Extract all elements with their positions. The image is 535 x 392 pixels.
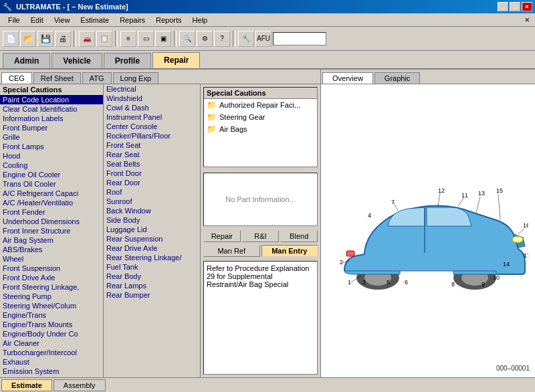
minimize-button[interactable]: _	[498, 2, 508, 11]
menu-edit[interactable]: Edit	[25, 15, 49, 25]
rni-button[interactable]: R&I	[242, 230, 280, 242]
close-button[interactable]: ×	[522, 2, 532, 11]
cat2-electrical[interactable]: Electrical	[104, 84, 200, 94]
ceg-tab-refsheet[interactable]: Ref Sheet	[33, 72, 81, 84]
cat-item-engine-trans-mounts[interactable]: Engine/Trans Mounts	[0, 320, 103, 329]
sc-item-1[interactable]: 📁 Authorized Repair Faci...	[204, 99, 317, 111]
cat2-cowl-dash[interactable]: Cowl & Dash	[104, 103, 200, 112]
tab-vehicle[interactable]: Vehicle	[51, 53, 102, 68]
cat2-rear-door[interactable]: Rear Door	[104, 178, 200, 187]
cat-item-steering-wheel[interactable]: Steering Wheel/Colum	[0, 301, 103, 310]
cat2-roof[interactable]: Roof	[104, 187, 200, 197]
ceg-tab-ceg[interactable]: CEG	[1, 72, 32, 84]
maximize-button[interactable]: □	[510, 2, 520, 11]
menu-estimate[interactable]: Estimate	[75, 15, 114, 25]
cat-item-grille[interactable]: Grille	[0, 132, 103, 142]
blend-button[interactable]: Blend	[280, 230, 318, 242]
cat2-rear-drive-axle[interactable]: Rear Drive Axle	[104, 243, 200, 253]
cat-item-paint-code[interactable]: Paint Code Location	[0, 95, 103, 104]
man-entry-button[interactable]: Man Entry	[261, 245, 318, 257]
sc-item-3[interactable]: 📁 Air Bags	[204, 123, 317, 135]
ceg-tab-longexp[interactable]: Long Exp	[113, 72, 158, 84]
toolbar-btn-9[interactable]: ▣	[155, 31, 171, 47]
cat-item-front-lamps[interactable]: Front Lamps	[0, 142, 103, 151]
cat-item-air-cleaner[interactable]: Air Cleaner	[0, 338, 103, 348]
tab-repair[interactable]: Repair	[152, 52, 200, 68]
cat-item-hood[interactable]: Hood	[0, 151, 103, 161]
cat-item-turbocharger[interactable]: Turbocharger/Intercool	[0, 348, 103, 357]
cat2-rear-seat[interactable]: Rear Seat	[104, 150, 200, 159]
toolbar-search-input[interactable]	[273, 32, 326, 45]
menu-close-button[interactable]: ×	[522, 15, 532, 25]
cat-item-front-fender[interactable]: Front Fender	[0, 207, 103, 217]
cat2-instrument[interactable]: Instrument Panel	[104, 112, 200, 122]
cat-item-abs-brakes[interactable]: ABS/Brakes	[0, 245, 103, 254]
cat-item-front-steering[interactable]: Front Steering Linkage,	[0, 282, 103, 292]
cat2-sunroof[interactable]: Sunroof	[104, 197, 200, 206]
toolbar-btn-14[interactable]: AFU	[255, 31, 272, 47]
cat-item-trans-oil-cooler[interactable]: Trans Oil Cooler	[0, 179, 103, 189]
toolbar-btn-12[interactable]: ?	[214, 31, 230, 47]
cat-item-info-labels[interactable]: Information Labels	[0, 114, 103, 123]
cat2-rear-body[interactable]: Rear Body	[104, 272, 200, 281]
cat2-back-window[interactable]: Back Window	[104, 206, 200, 215]
cat-item-emission[interactable]: Emission System	[0, 367, 103, 376]
cat-item-clearcoat[interactable]: Clear Coat Identificatio	[0, 104, 103, 114]
tab-admin[interactable]: Admin	[3, 53, 50, 68]
print-button[interactable]: 🖨	[55, 31, 71, 47]
cat2-seat-belts[interactable]: Seat Belts	[104, 159, 200, 169]
num-13: 13	[478, 190, 485, 197]
cat-item-front-drive-axle[interactable]: Front Drive Axle	[0, 273, 103, 282]
cat2-rear-suspension[interactable]: Rear Suspension	[104, 234, 200, 243]
cat-item-front-inner[interactable]: Front Inner Structure	[0, 226, 103, 235]
cat2-center-console[interactable]: Center Console	[104, 122, 200, 131]
cat2-fuel-tank[interactable]: Fuel Tank	[104, 262, 200, 272]
tab-profile[interactable]: Profile	[104, 53, 151, 68]
toolbar-btn-10[interactable]: 🔍	[179, 31, 195, 47]
ceg-tab-atg[interactable]: ATG	[82, 72, 112, 84]
cat2-rear-bumper[interactable]: Rear Bumper	[104, 290, 200, 300]
cat-item-ac-heater[interactable]: A/C /Heater/Ventilatio	[0, 198, 103, 207]
repair-button[interactable]: Repair	[203, 230, 241, 242]
cat2-front-door[interactable]: Front Door	[104, 169, 200, 178]
cat2-rocker-pillars[interactable]: Rocker/Pillars/Floor	[104, 131, 200, 140]
cat2-windshield[interactable]: Windshield	[104, 94, 200, 103]
cat-item-underhood-dim[interactable]: Underhood Dimensions	[0, 217, 103, 226]
cat-item-wheel[interactable]: Wheel	[0, 254, 103, 264]
cat-item-engine-oil-cooler[interactable]: Engine Oil Cooler	[0, 170, 103, 179]
menu-repairs[interactable]: Repairs	[114, 15, 150, 25]
cat2-side-body[interactable]: Side Body	[104, 215, 200, 225]
cat-item-cooling[interactable]: Cooling	[0, 161, 103, 170]
cat-item-steering-pump[interactable]: Steering Pump	[0, 292, 103, 301]
menu-reports[interactable]: Reports	[150, 15, 187, 25]
menu-help[interactable]: Help	[187, 15, 213, 25]
cat-item-engine-body[interactable]: Engine/Body Under Co	[0, 329, 103, 338]
cat2-luggage-lid[interactable]: Luggage Lid	[104, 225, 200, 234]
new-button[interactable]: 📄	[3, 31, 19, 47]
sc-item-2[interactable]: 📁 Steering Gear	[204, 111, 317, 123]
status-estimate[interactable]: Estimate	[1, 379, 52, 391]
ov-tab-graphic[interactable]: Graphic	[374, 72, 421, 84]
cat2-front-seat[interactable]: Front Seat	[104, 140, 200, 150]
cat2-rear-steering[interactable]: Rear Steering Linkage/	[104, 253, 200, 262]
status-assembly[interactable]: Assembly	[54, 379, 106, 391]
cat-item-air-bag[interactable]: Air Bag System	[0, 235, 103, 245]
menu-file[interactable]: File	[3, 15, 25, 25]
cat-item-front-bumper[interactable]: Front Bumper	[0, 123, 103, 132]
toolbar-btn-8[interactable]: ▭	[138, 31, 154, 47]
toolbar-btn-5[interactable]: 🚗	[79, 31, 95, 47]
toolbar-btn-11[interactable]: ⚙	[197, 31, 213, 47]
ov-tab-overview[interactable]: Overview	[322, 72, 373, 84]
toolbar-btn-7[interactable]: ≡	[120, 31, 136, 47]
cat2-rear-lamps[interactable]: Rear Lamps	[104, 281, 200, 290]
open-button[interactable]: 📂	[20, 31, 36, 47]
toolbar-btn-13[interactable]: 🔧	[238, 31, 254, 47]
man-ref-button[interactable]: Man Ref	[203, 245, 260, 257]
cat-item-front-suspension[interactable]: Front Suspension	[0, 264, 103, 273]
menu-view[interactable]: View	[49, 15, 76, 25]
save-button[interactable]: 💾	[37, 31, 54, 47]
cat-item-ac-refrigerant[interactable]: A/C Refrigerant Capaci	[0, 189, 103, 198]
cat-item-exhaust[interactable]: Exhaust	[0, 357, 103, 367]
toolbar-btn-6[interactable]: 📋	[96, 31, 112, 47]
cat-item-engine-trans[interactable]: Engine/Trans	[0, 310, 103, 320]
